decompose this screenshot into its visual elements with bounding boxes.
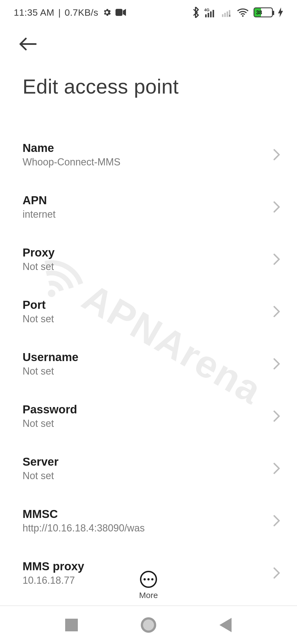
chevron-right-icon — [273, 253, 280, 265]
chevron-right-icon — [273, 305, 280, 318]
row-label: Proxy — [23, 246, 55, 259]
svg-rect-7 — [224, 13, 226, 17]
row-name[interactable]: Name Whoop-Connect-MMS — [0, 129, 297, 181]
row-value: Not set — [23, 418, 77, 429]
status-left: 11:35 AM | 0.7KB/s — [14, 7, 126, 18]
video-camera-icon — [116, 9, 126, 16]
apn-settings-list: Name Whoop-Connect-MMS APN internet Prox… — [0, 129, 297, 594]
row-value: http://10.16.18.4:38090/was — [23, 522, 145, 534]
row-value: Not set — [23, 261, 55, 272]
row-apn[interactable]: APN internet — [0, 181, 297, 233]
chevron-right-icon — [273, 462, 280, 474]
svg-text:4G: 4G — [204, 8, 209, 12]
status-right: 4G × 38 — [192, 7, 283, 18]
chevron-right-icon — [273, 410, 280, 422]
gear-icon — [102, 8, 112, 17]
page-title: Edit access point — [23, 75, 280, 98]
chevron-right-icon — [273, 201, 280, 213]
row-mmsc[interactable]: MMSC http://10.16.18.4:38090/was — [0, 495, 297, 547]
signal-4g-icon: 4G — [204, 7, 216, 17]
battery-icon: 38 — [254, 7, 273, 17]
svg-text:×: × — [229, 13, 231, 17]
row-label: Password — [23, 403, 77, 416]
status-time: 11:35 AM — [14, 7, 54, 18]
row-username[interactable]: Username Not set — [0, 338, 297, 390]
row-value: Not set — [23, 313, 54, 325]
row-value: Not set — [23, 470, 59, 482]
row-proxy[interactable]: Proxy Not set — [0, 233, 297, 285]
row-value: internet — [23, 209, 56, 220]
triangle-left-icon — [219, 618, 232, 632]
app-header: Edit access point — [0, 25, 297, 98]
svg-rect-0 — [116, 9, 122, 16]
more-button[interactable] — [140, 571, 157, 588]
wifi-icon — [237, 8, 249, 17]
status-data-rate: 0.7KB/s — [65, 7, 98, 18]
chevron-right-icon — [273, 358, 280, 370]
svg-rect-6 — [222, 14, 223, 17]
status-separator: | — [58, 7, 61, 18]
square-icon — [65, 619, 78, 631]
overflow-more: More — [0, 571, 297, 600]
svg-rect-2 — [205, 14, 207, 17]
system-nav-bar — [0, 605, 297, 644]
row-port[interactable]: Port Not set — [0, 285, 297, 338]
nav-home-button[interactable] — [136, 613, 161, 637]
row-label: Username — [23, 351, 78, 364]
row-value: Whoop-Connect-MMS — [23, 156, 120, 168]
nav-back-button[interactable] — [213, 613, 238, 637]
svg-rect-5 — [213, 10, 214, 17]
svg-point-11 — [242, 15, 244, 17]
row-value: Not set — [23, 365, 78, 377]
charging-bolt-icon — [278, 7, 283, 17]
circle-icon — [141, 617, 156, 633]
back-button[interactable] — [16, 32, 40, 56]
more-dots-icon — [144, 578, 153, 580]
bluetooth-icon — [192, 7, 199, 18]
row-label: MMSC — [23, 507, 145, 521]
row-label: Name — [23, 141, 120, 155]
arrow-left-icon — [19, 37, 37, 51]
chevron-right-icon — [273, 515, 280, 527]
row-password[interactable]: Password Not set — [0, 390, 297, 442]
svg-rect-3 — [208, 13, 209, 17]
battery-percentage: 38 — [256, 9, 262, 16]
chevron-right-icon — [273, 149, 280, 161]
signal-no-sim-icon: × — [221, 7, 232, 17]
status-bar: 11:35 AM | 0.7KB/s 4G × — [0, 0, 297, 25]
svg-rect-8 — [227, 12, 228, 17]
nav-recents-button[interactable] — [59, 613, 84, 637]
row-server[interactable]: Server Not set — [0, 442, 297, 495]
more-label: More — [139, 591, 158, 600]
svg-rect-4 — [210, 11, 211, 17]
row-label: Server — [23, 455, 59, 468]
row-label: APN — [23, 194, 56, 207]
row-label: Port — [23, 298, 54, 312]
